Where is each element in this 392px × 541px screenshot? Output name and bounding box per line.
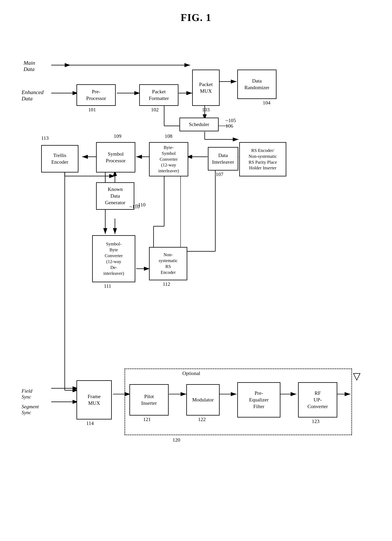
symbol-processor-box: SymbolProcessor xyxy=(96,142,135,172)
ref-102: 102 xyxy=(151,107,159,113)
known-data-generator-box: KnownDataGenerator xyxy=(96,182,134,210)
ref-110-label: ~110 xyxy=(135,202,146,208)
ref-121: 121 xyxy=(143,416,151,422)
ns-rs-encoder-box: Non-systematicRSEncoder xyxy=(149,247,187,280)
ref-111: 111 xyxy=(104,283,111,289)
byte-symbol-converter-box: Byte-SymbolConverter(12-wayinterleaver) xyxy=(149,142,188,177)
rf-up-converter-box: RFUP-Converter xyxy=(298,382,337,417)
ref-103: 103 xyxy=(202,107,210,113)
ref-106: 106 xyxy=(225,123,233,129)
ref-101: 101 xyxy=(88,107,96,113)
ref-112: 112 xyxy=(163,281,170,287)
frame-mux-box: FrameMUX xyxy=(77,380,112,420)
ref-109: 109 xyxy=(114,133,121,139)
ref-105: ~105 xyxy=(225,118,236,124)
ref-113: 113 xyxy=(41,135,49,141)
optional-label: Optional xyxy=(182,370,200,376)
antenna-symbol: ▽ xyxy=(353,370,361,382)
enhanced-data-label: EnhancedData xyxy=(21,89,43,102)
scheduler-box: Scheduler xyxy=(179,118,219,131)
page-title: FIG. 1 xyxy=(0,0,392,23)
packet-mux-box: PacketMUX xyxy=(192,70,220,106)
data-interleaver-box: DataInterleaver xyxy=(208,147,238,171)
ref-108: 108 xyxy=(165,133,172,139)
main-data-label: MainData xyxy=(24,60,35,72)
ref-123: 123 xyxy=(312,418,319,424)
data-randomizer-box: DataRandomizer xyxy=(237,70,277,99)
ref-104: 104 xyxy=(263,100,270,106)
pre-processor-box: Pre-Processor xyxy=(77,84,116,106)
ref-107: 107 xyxy=(216,172,223,177)
symbol-byte-converter-box: Symbol-ByteConverter(12-wayDe-interleave… xyxy=(92,235,135,282)
trellis-encoder-box: TrellisEncoder xyxy=(41,145,78,172)
ref-122: 122 xyxy=(198,416,206,422)
ref-114: 114 xyxy=(86,421,94,426)
pre-equalizer-filter-box: Pre-EqualizerFilter xyxy=(237,382,280,417)
field-sync-label: FieldSync xyxy=(21,388,32,400)
pilot-inserter-box: PilotInserter xyxy=(129,384,169,416)
ref-120: 120 xyxy=(172,437,180,443)
segment-sync-label: SegmentSync xyxy=(21,404,39,416)
modulator-box: Modulator xyxy=(186,384,220,416)
rs-encoder-box: RS Encoder/Non-systematicRS Parity Place… xyxy=(239,142,286,177)
packet-formatter-box: PacketFormatter xyxy=(139,84,178,106)
